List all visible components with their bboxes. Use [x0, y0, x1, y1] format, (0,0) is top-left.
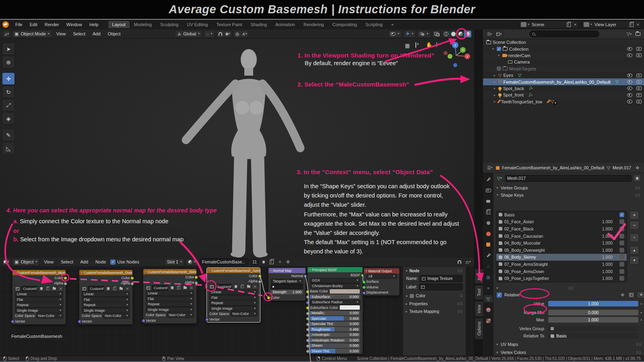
- editor-type-button[interactable]: ▾: [2, 258, 10, 266]
- outliner-row-spot-front[interactable]: ▸Spot_front ▽: [483, 92, 644, 98]
- open-image-icon[interactable]: [182, 285, 188, 290]
- projection-dropdown[interactable]: Flat▾: [82, 297, 130, 302]
- scene-selector[interactable]: ▾ Scene ×: [519, 21, 579, 29]
- remove-view-layer-button[interactable]: ×: [635, 21, 641, 28]
- fake-user-button[interactable]: [634, 175, 641, 182]
- visibility-dropdown[interactable]: ▾: [388, 30, 402, 38]
- material-users-count[interactable]: 11: [250, 259, 259, 265]
- tab-rendering[interactable]: Rendering: [299, 21, 328, 28]
- range-min-field[interactable]: 0.000: [548, 310, 638, 315]
- copy-icon[interactable]: [45, 286, 50, 291]
- alpha-output-socket[interactable]: [258, 280, 262, 284]
- snap-target-dropdown[interactable]: ▣▾: [224, 31, 231, 37]
- new-scene-button[interactable]: [566, 21, 572, 28]
- distribution-dropdown[interactable]: GGX▾: [310, 278, 360, 283]
- tab-shading[interactable]: Shading: [247, 21, 271, 28]
- disable-render-icon[interactable]: [636, 93, 642, 97]
- shader-editor[interactable]: ▾ ▣Object▾ View Select Add Node ✓ Use No…: [0, 257, 474, 356]
- menu-view[interactable]: View: [41, 259, 56, 264]
- scale-tool[interactable]: ⤢: [2, 99, 15, 111]
- tab-compositing[interactable]: Compositing: [328, 21, 361, 28]
- specials-menu-button[interactable]: ▾: [630, 233, 639, 242]
- remove-shape-key-button[interactable]: −: [630, 221, 639, 230]
- anisotropic-rotation-slider[interactable]: Anisotropic Rotation:0.000: [310, 338, 360, 342]
- tab-material[interactable]: [484, 306, 493, 313]
- menu-help[interactable]: Help: [86, 21, 102, 28]
- vector-input-socket[interactable]: [205, 318, 209, 321]
- tab-sculpting[interactable]: Sculpting: [156, 21, 182, 28]
- options-icon[interactable]: ⚎▾: [464, 259, 472, 265]
- image-name-field[interactable]: CustomFemaleB..: [152, 285, 168, 290]
- collection-checkbox[interactable]: [497, 66, 501, 71]
- display-mode-dropdown[interactable]: ▾: [495, 30, 503, 38]
- normal-output-socket[interactable]: [303, 274, 307, 278]
- sheen-tint-slider[interactable]: Sheen Tint:0.500: [310, 349, 360, 353]
- subsurface-method-dropdown[interactable]: Christensen-Burley▾: [310, 283, 360, 288]
- projection-dropdown[interactable]: Flat▾: [209, 295, 258, 300]
- interpolation-dropdown[interactable]: Linear▾: [15, 292, 63, 297]
- breadcrumb-object[interactable]: FemaleCustomBasemesh_by_AlexLashko_00_De…: [502, 165, 604, 170]
- proportional-editing-toggle[interactable]: ◎: [234, 31, 241, 37]
- volume-input-socket[interactable]: [362, 286, 366, 289]
- hide-eye-icon[interactable]: [627, 80, 632, 84]
- new-collection-button[interactable]: [634, 31, 642, 37]
- editor-type-button[interactable]: ☰▾: [485, 30, 493, 38]
- node-label-field[interactable]: [419, 284, 462, 290]
- tab-animation[interactable]: Animation: [271, 21, 299, 28]
- image-texture-node-muscular[interactable]: ▾CustomFemaleBasemesh_Muscular.. Color A…: [12, 269, 66, 325]
- menu-add[interactable]: Add: [77, 259, 91, 264]
- source-dropdown[interactable]: Single Image▾: [209, 306, 258, 311]
- perspective-toggle-icon[interactable]: ▦: [405, 43, 410, 49]
- subsurface-radius-dropdown[interactable]: Subsurface Radius▾: [310, 300, 360, 305]
- vector-input-socket[interactable]: [78, 320, 81, 323]
- collection-checkbox[interactable]: ✓: [497, 47, 501, 51]
- image-browse-button[interactable]: [209, 284, 215, 289]
- select-tool[interactable]: ➤: [2, 43, 15, 55]
- new-material-button[interactable]: [268, 259, 275, 265]
- cursor-tool[interactable]: ⊕: [2, 56, 15, 68]
- mode-dropdown[interactable]: ▣Object Mode▾: [12, 30, 52, 38]
- extension-dropdown[interactable]: Repeat▾: [209, 300, 258, 306]
- tab-modifiers[interactable]: [484, 252, 493, 259]
- vertex-groups-section[interactable]: Vertex Groups: [501, 185, 528, 190]
- hide-eye-icon[interactable]: [627, 47, 632, 51]
- subsurface-slider[interactable]: Subsurface:0.000: [310, 294, 360, 299]
- tab-uv-editing[interactable]: UV Editing: [183, 21, 212, 28]
- color-input-socket[interactable]: [267, 296, 270, 300]
- menu-view[interactable]: View: [54, 31, 69, 36]
- edit-mode-display-icon[interactable]: [628, 292, 635, 298]
- snapping-icon[interactable]: [456, 259, 463, 265]
- filter-dropdown[interactable]: ▽▾: [625, 31, 633, 37]
- editor-type-button[interactable]: ⊿▾: [2, 30, 10, 38]
- xray-toggle[interactable]: [432, 30, 440, 38]
- alpha-output-socket[interactable]: [194, 281, 198, 285]
- tab-render[interactable]: [484, 187, 493, 194]
- shader-type-dropdown[interactable]: ▣Object▾: [12, 258, 39, 266]
- mute-checkbox[interactable]: [619, 262, 624, 267]
- properties-section[interactable]: Properties: [409, 302, 428, 306]
- pin-icon[interactable]: ✜: [619, 292, 626, 298]
- hide-eye-icon[interactable]: [627, 53, 632, 57]
- rotate-tool[interactable]: ↻: [2, 86, 15, 98]
- uv-maps-section[interactable]: UV Maps: [501, 342, 518, 347]
- tab-scripting[interactable]: Scripting: [361, 21, 387, 28]
- fake-user-icon[interactable]: [233, 284, 238, 289]
- slot-dropdown[interactable]: Slot 1▾: [165, 258, 184, 266]
- extension-dropdown[interactable]: Repeat▾: [15, 302, 63, 308]
- color-output-socket[interactable]: [64, 276, 67, 280]
- clear-button[interactable]: ×: [637, 291, 644, 298]
- mesh-name-field[interactable]: Mesh.017: [505, 175, 632, 182]
- use-nodes-checkbox[interactable]: ✓: [110, 259, 116, 265]
- shading-solid-button[interactable]: [450, 31, 457, 37]
- disable-render-icon[interactable]: [636, 80, 642, 84]
- disable-render-icon[interactable]: [636, 53, 642, 57]
- hide-eye-icon[interactable]: [627, 93, 632, 97]
- search-input[interactable]: [529, 31, 599, 37]
- orientation-dropdown[interactable]: ⟁Global▾: [175, 30, 202, 38]
- color-output-socket[interactable]: [258, 274, 262, 278]
- move-down-button[interactable]: ▼: [630, 256, 639, 265]
- transform-tool[interactable]: ◈: [2, 112, 15, 125]
- menu-edit[interactable]: Edit: [27, 21, 41, 28]
- outliner-row-scene-collection[interactable]: Scene Collection: [483, 39, 644, 45]
- shape-key-row-selected[interactable]: 06_Body_Skinny1.000: [496, 254, 627, 261]
